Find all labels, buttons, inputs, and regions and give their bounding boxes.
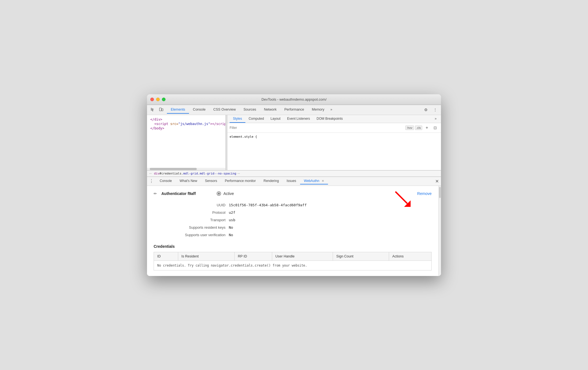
breadcrumb-more[interactable]: ··· <box>237 172 240 175</box>
drawer-more-icon[interactable]: ⋮ <box>149 179 154 183</box>
prop-protocol-label: Protocol <box>176 210 225 215</box>
col-rp-id: RP ID <box>234 252 272 260</box>
drawer-tab-sensors[interactable]: Sensors <box>201 178 221 184</box>
authenticator-name: Authenticator f9aff <box>161 191 196 196</box>
prop-transport-value: usb <box>229 218 235 222</box>
more-tabs-icon[interactable]: » <box>328 106 335 114</box>
drawer-tabs-bar: ⋮ Console What's New Sensors Performance… <box>147 177 441 186</box>
toggle-device-icon[interactable]: ⊡ <box>432 124 439 131</box>
devtools-window: DevTools - webauthndemo.appspot.com/ <box>147 94 441 276</box>
top-tabs: Elements Console CSS Overview Sources Ne… <box>167 106 422 114</box>
cls-button[interactable]: .cls <box>415 126 422 130</box>
close-button[interactable] <box>150 98 154 101</box>
tab-styles[interactable]: Styles <box>230 115 245 123</box>
properties-table: UUID 15c01f56-785f-43b4-ab58-4facd60f9af… <box>176 201 432 239</box>
styles-tabs: Styles Computed Layout Event Listeners D… <box>227 115 441 123</box>
tab-elements[interactable]: Elements <box>167 106 189 114</box>
styles-more-tabs[interactable]: » <box>432 115 439 123</box>
prop-transport-label: Transport <box>176 218 225 222</box>
col-actions: Actions <box>389 252 431 260</box>
tab-dom-breakpoints[interactable]: DOM Breakpoints <box>313 115 346 123</box>
drawer-tab-issues[interactable]: Issues <box>283 178 300 184</box>
remove-button[interactable]: Remove <box>417 191 432 196</box>
scrollbar-thumb <box>150 168 197 170</box>
credentials-empty-row: No credentials. Try calling navigator.cr… <box>154 260 432 270</box>
prop-protocol: Protocol u2f <box>176 209 432 216</box>
prop-uuid-value: 15c01f56-785f-43b4-ab58-4facd60f9aff <box>229 203 307 207</box>
tab-event-listeners[interactable]: Event Listeners <box>284 115 313 123</box>
authenticator-header: ✏ Authenticator f9aff Active Remove <box>154 191 432 196</box>
drawer-tab-whats-new[interactable]: What's New <box>176 178 201 184</box>
traffic-lights <box>150 98 166 101</box>
element-style-text: element.style { <box>230 135 257 139</box>
tab-performance[interactable]: Performance <box>280 106 308 114</box>
tab-computed[interactable]: Computed <box>245 115 267 123</box>
drawer-main: ✏ Authenticator f9aff Active Remove <box>147 186 438 276</box>
scrollbar-thumb <box>439 187 441 198</box>
prop-transport: Transport usb <box>176 216 432 224</box>
credentials-section: Credentials ID Is Resident RP ID User Ha… <box>154 244 432 270</box>
tab-network[interactable]: Network <box>260 106 280 114</box>
prop-resident-label: Supports resident keys <box>176 225 225 230</box>
radio-inner <box>218 192 220 195</box>
tab-css-overview[interactable]: CSS Overview <box>209 106 240 114</box>
drawer-scrollbar[interactable] <box>438 186 441 276</box>
prop-resident-value: No <box>229 225 233 230</box>
tab-console[interactable]: Console <box>189 106 209 114</box>
col-is-resident: Is Resident <box>178 252 234 260</box>
svg-rect-0 <box>159 108 161 111</box>
prop-uuid: UUID 15c01f56-785f-43b4-ab58-4facd60f9af… <box>176 201 432 209</box>
inspect-icon[interactable] <box>149 106 156 113</box>
prop-verification-value: No <box>229 233 233 237</box>
prop-uuid-label: UUID <box>176 203 225 207</box>
credentials-table: ID Is Resident RP ID User Handle Sign Co… <box>154 252 432 270</box>
device-toggle-icon[interactable] <box>158 106 165 113</box>
dom-pane: </div> <script src="js/webauthn.js"></sc… <box>147 115 226 170</box>
add-style-rule-icon[interactable]: + <box>423 124 431 131</box>
drawer-tab-webauthn[interactable]: WebAuthn ✕ <box>300 178 328 184</box>
hov-button[interactable]: :hov <box>405 126 414 130</box>
title-bar: DevTools - webauthndemo.appspot.com/ <box>147 94 441 105</box>
tab-layout[interactable]: Layout <box>267 115 284 123</box>
styles-content: element.style { <box>227 133 441 141</box>
credentials-empty-message: No credentials. Try calling navigator.cr… <box>154 260 432 270</box>
drawer-close-button[interactable]: ✕ <box>435 179 439 184</box>
col-id: ID <box>154 252 178 260</box>
styles-pane: Styles Computed Layout Event Listeners D… <box>227 115 441 170</box>
drawer-tab-console[interactable]: Console <box>156 178 176 184</box>
styles-filter-input[interactable] <box>230 126 403 130</box>
credentials-title: Credentials <box>154 244 432 249</box>
tab-sources[interactable]: Sources <box>240 106 260 114</box>
prop-verification-label: Supports user verification <box>176 233 225 237</box>
webauthn-content: ✏ Authenticator f9aff Active Remove <box>147 186 438 276</box>
active-label: Active <box>223 191 234 196</box>
tab-memory[interactable]: Memory <box>308 106 328 114</box>
top-toolbar: Elements Console CSS Overview Sources Ne… <box>147 105 441 115</box>
styles-filter-buttons: :hov .cls + ⊡ <box>405 124 439 131</box>
window-title: DevTools - webauthndemo.appspot.com/ <box>261 97 327 101</box>
webauthn-tab-close[interactable]: ✕ <box>322 179 324 183</box>
breadcrumb-path: div#credentials.mdl-grid.mdl-grid--no-sp… <box>154 172 236 175</box>
svg-rect-1 <box>162 109 163 111</box>
styles-filter-bar: :hov .cls + ⊡ <box>227 123 441 133</box>
active-radio-button[interactable] <box>217 191 221 196</box>
devtools-container: Elements Console CSS Overview Sources Ne… <box>147 105 441 276</box>
drawer-tab-rendering[interactable]: Rendering <box>260 178 283 184</box>
dom-tag: </div> <box>150 118 162 121</box>
drawer-body: ✏ Authenticator f9aff Active Remove <box>147 186 441 276</box>
breadcrumb-dots[interactable]: ··· <box>149 172 152 175</box>
devtools-menu-icon[interactable]: ⋮ <box>432 106 439 113</box>
settings-icon[interactable]: ⚙ <box>422 106 429 113</box>
col-user-handle: User Handle <box>272 252 333 260</box>
minimize-button[interactable] <box>156 98 160 101</box>
dom-line-body: </body> <box>148 126 224 131</box>
drawer-tab-performance-monitor[interactable]: Performance monitor <box>221 178 260 184</box>
toolbar-icons <box>149 106 165 113</box>
edit-icon[interactable]: ✏ <box>154 191 157 196</box>
breadcrumb-bar: ··· div#credentials.mdl-grid.mdl-grid--n… <box>147 170 441 177</box>
dom-horizontal-scrollbar[interactable] <box>147 168 225 170</box>
prop-protocol-value: u2f <box>229 210 235 215</box>
prop-resident-keys: Supports resident keys No <box>176 224 432 231</box>
active-radio-group: Active <box>217 191 234 196</box>
maximize-button[interactable] <box>162 98 166 101</box>
